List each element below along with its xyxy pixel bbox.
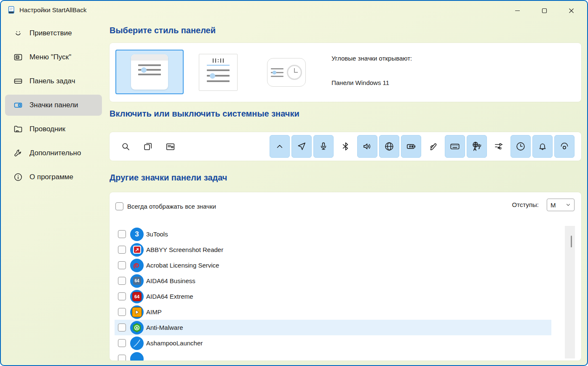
battery-toggle[interactable]: [401, 135, 421, 158]
app-checkbox[interactable]: [118, 246, 126, 254]
volume-mixer-toggle[interactable]: [489, 135, 509, 158]
volume-toggle[interactable]: [357, 135, 377, 158]
app-checkbox[interactable]: [118, 324, 126, 332]
style-tile-windows-11[interactable]: [115, 50, 184, 94]
sidebar-item-taskbar[interactable]: Панель задач: [5, 71, 102, 92]
sidebar-item-start-menu[interactable]: Меню "Пуск": [5, 47, 102, 68]
section-title-style: Выберите стиль панелей: [110, 24, 216, 36]
battery-icon: [406, 141, 417, 152]
app-row-aimp[interactable]: AIMP: [115, 304, 551, 320]
clock-icon: [515, 141, 526, 152]
sidebar-item-about[interactable]: О программе: [5, 167, 102, 188]
system-icons-panel: [110, 132, 581, 161]
taskbar-left-icons: [120, 132, 176, 161]
startallback-settings-window: Настройки StartAllBack ПриветствиеМеню "…: [0, 0, 588, 366]
scrollbar-thumb[interactable]: [571, 236, 572, 247]
bell-toggle[interactable]: [532, 135, 553, 158]
tray-icons-icon: [13, 100, 23, 110]
network-globe-toggle[interactable]: [379, 135, 399, 158]
app-row-3utools[interactable]: 33uTools: [115, 226, 551, 242]
app-checkbox[interactable]: [118, 292, 126, 300]
aimp-icon: [130, 305, 144, 319]
minimize-button[interactable]: [504, 1, 531, 20]
app-label: AIMP: [146, 308, 162, 316]
app-row-ashampoolauncher[interactable]: AshampooLauncher: [115, 335, 551, 351]
window-title: Настройки StartAllBack: [19, 6, 86, 13]
spacing-select[interactable]: M: [547, 199, 575, 211]
app-checkbox[interactable]: [118, 308, 126, 316]
app-checkbox[interactable]: [118, 277, 126, 285]
other-icons-panel: Всегда отображать все значки Отступы: M …: [110, 192, 581, 361]
widgets-icon[interactable]: [165, 141, 176, 152]
sidebar-item-welcome[interactable]: Приветствие: [5, 23, 102, 44]
close-button[interactable]: [558, 1, 585, 20]
location-icon: [296, 141, 307, 152]
aida64-business-icon: 64: [130, 274, 144, 288]
sidebar-item-tray-icons[interactable]: Значки панели: [5, 95, 102, 116]
search-icon[interactable]: [120, 141, 131, 152]
chevron-up-toggle[interactable]: [270, 135, 290, 158]
app-checkbox[interactable]: [118, 230, 126, 238]
app-checkbox[interactable]: [118, 355, 126, 361]
app-row-partial[interactable]: [115, 351, 551, 361]
language-toggle[interactable]: [467, 135, 487, 158]
advanced-icon: [13, 148, 23, 158]
eye-icon: [559, 141, 570, 152]
app-checkbox[interactable]: [118, 261, 126, 269]
app-checkbox[interactable]: [118, 339, 126, 347]
partial-blue-icon: [130, 352, 144, 361]
language-icon: [471, 141, 482, 152]
pen-toggle[interactable]: [423, 135, 443, 158]
bluetooth-icon: [340, 141, 351, 152]
explorer-icon: [13, 124, 23, 134]
chevron-up-icon: [274, 141, 285, 152]
ashampoo-icon: [130, 337, 144, 350]
bluetooth-toggle[interactable]: [335, 135, 355, 158]
eye-toggle[interactable]: [554, 135, 575, 158]
sidebar-item-label: Меню "Пуск": [29, 53, 71, 61]
scrollbar-track[interactable]: [565, 226, 575, 358]
app-row-acrobat-licensing-service[interactable]: Acrobat Licensing Service: [115, 257, 551, 273]
sidebar-item-label: О программе: [29, 173, 73, 181]
maximize-button[interactable]: [531, 1, 558, 20]
app-row-aida64-extreme[interactable]: 64AIDA64 Extreme: [115, 289, 551, 304]
window-controls: [504, 1, 585, 20]
section-title-other-icons: Другие значки панели задач: [110, 172, 227, 183]
clock-toggle[interactable]: [510, 135, 531, 158]
always-show-checkbox[interactable]: [115, 202, 123, 210]
minimize-icon: [514, 8, 521, 14]
sidebar-item-label: Дополнительно: [29, 149, 81, 157]
3utools-icon: 3: [130, 228, 144, 241]
start-menu-icon: [13, 52, 23, 62]
network-globe-icon: [384, 141, 395, 152]
app-row-aida64-business[interactable]: 64AIDA64 Business: [115, 273, 551, 289]
corner-icons-target-select[interactable]: Панели Windows 11: [331, 79, 389, 86]
style-preview-clock-digits: [199, 58, 237, 63]
pen-icon: [428, 141, 438, 152]
app-label: AshampooLauncher: [146, 339, 203, 347]
volume-mixer-icon: [493, 141, 504, 152]
section-title-system-icons: Включить или выключить системные значки: [110, 108, 299, 119]
spacing-label: Отступы:: [512, 201, 539, 208]
style-preview-clock: [287, 65, 302, 80]
microphone-toggle[interactable]: [313, 135, 334, 158]
app-row-abbyy-screenshot-reader[interactable]: ABBYY Screenshot Reader: [115, 242, 551, 257]
abbyy-icon: [130, 243, 144, 257]
style-tile-compact-clock[interactable]: [267, 58, 306, 87]
touch-keyboard-toggle[interactable]: [445, 135, 465, 158]
sidebar-item-label: Проводник: [29, 125, 65, 133]
app-label: Anti-Malware: [146, 324, 183, 331]
corner-icons-label: Угловые значки открывают:: [331, 55, 412, 62]
sidebar-item-explorer[interactable]: Проводник: [5, 119, 102, 140]
app-label: 3uTools: [146, 231, 168, 238]
task-view-icon[interactable]: [143, 141, 153, 152]
location-toggle[interactable]: [291, 135, 312, 158]
style-tile-windows-10[interactable]: [199, 54, 238, 91]
sidebar-item-advanced[interactable]: Дополнительно: [5, 143, 102, 164]
bell-icon: [537, 141, 548, 152]
style-preview-card: [131, 54, 168, 90]
anti-malware-icon: [130, 321, 144, 334]
sidebar-item-label: Панель задач: [29, 77, 75, 85]
app-row-anti-malware[interactable]: Anti-Malware: [115, 320, 551, 335]
style-panel: Угловые значки открывают: Панели Windows…: [110, 43, 581, 102]
